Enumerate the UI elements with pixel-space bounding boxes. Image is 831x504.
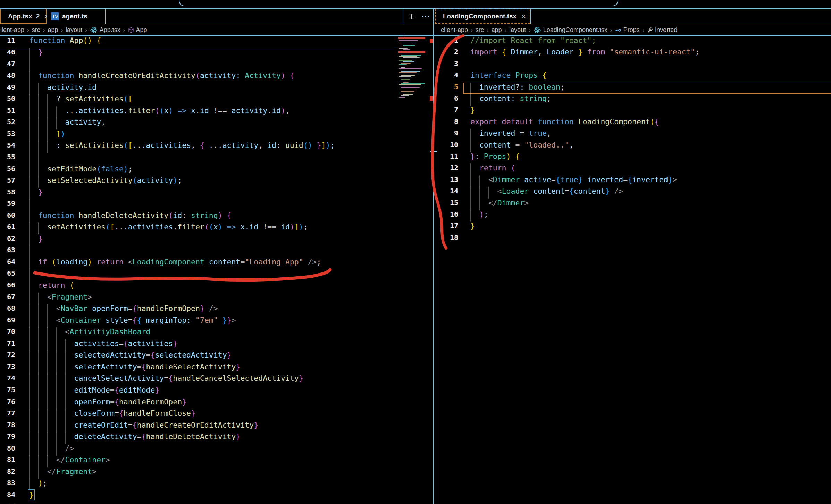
close-icon[interactable]: ✕	[521, 13, 526, 20]
code-line: 15 </Dimmer>	[434, 199, 831, 210]
editor-pane-right[interactable]: 1//import React from "react";2import { D…	[434, 36, 831, 504]
editor-pane-left[interactable]: 46 }47 48 function handleCreateOrEditAct…	[0, 36, 433, 504]
code-line: 51 ...activities.filter((x) => x.id !== …	[0, 106, 433, 118]
code-line: 16 );	[434, 210, 831, 222]
quick-input-box[interactable]	[179, 0, 618, 6]
minimap-line	[399, 64, 407, 65]
minimap[interactable]	[398, 35, 425, 101]
line-number: 82	[0, 467, 15, 476]
code-line: 75 editMode={editMode}	[0, 386, 433, 397]
line-number: 51	[0, 106, 15, 115]
code-line: 48 function handleCreateOrEditActivity(a…	[0, 71, 433, 83]
breadcrumb-item-src[interactable]: src	[476, 26, 484, 34]
tab-loadingcomponent-tsx[interactable]: LoadingComponent.tsx✕	[435, 9, 530, 24]
breadcrumb-item-app[interactable]: app	[48, 26, 58, 34]
code-line: 18	[434, 233, 831, 245]
breadcrumb-item-app[interactable]: App	[128, 26, 147, 34]
split-editor-button[interactable]	[408, 13, 415, 20]
tab-label: agent.ts	[62, 12, 87, 20]
line-number: 4	[434, 71, 458, 79]
code-line: 5 inverted?: boolean;	[434, 83, 831, 94]
line-number: 79	[0, 432, 15, 440]
chevron-right-icon: ›	[610, 27, 612, 34]
minimap-line	[403, 86, 423, 86]
minimap-line	[401, 75, 415, 76]
breadcrumb-item-src[interactable]: src	[32, 26, 40, 34]
code-line: 7}	[434, 106, 831, 117]
breadcrumb: client-app›src›app›layout›LoadingCompone…	[441, 24, 677, 36]
code-line: 77 closeForm={handleFormClose}	[0, 409, 433, 421]
code-line: 84}	[0, 490, 433, 502]
breadcrumb-item-app[interactable]: app	[491, 26, 502, 34]
line-number: 15	[434, 199, 458, 207]
tab-separator	[105, 9, 106, 24]
breadcrumb-item-loadingcomponent-tsx[interactable]: LoadingComponent.tsx	[534, 26, 607, 34]
code-line: 69 <Container style={{ marginTop: "7em" …	[0, 316, 433, 328]
chevron-right-icon: ›	[529, 27, 531, 34]
line-number: 55	[0, 153, 15, 161]
line-number: 53	[0, 129, 15, 138]
line-number: 74	[0, 374, 15, 382]
minimap-line	[401, 79, 410, 80]
chevron-right-icon: ›	[487, 27, 489, 34]
code-line: 64 if (loading) return <LoadingComponent…	[0, 258, 433, 269]
minimap-red-highlight	[398, 51, 425, 53]
divider-drag-handle[interactable]	[430, 151, 437, 152]
line-number: 61	[0, 222, 15, 231]
minimap-line	[401, 43, 417, 43]
chevron-right-icon: ›	[85, 27, 87, 34]
line-number: 11	[434, 152, 458, 160]
line-number: 66	[0, 281, 15, 289]
line-number: 3	[434, 59, 458, 68]
tab-agent-ts[interactable]: TSagent.ts	[47, 9, 105, 24]
line-number: 52	[0, 118, 15, 126]
code-line: 54 : setActivities([...activities, { ...…	[0, 141, 433, 153]
code-line: 59	[0, 199, 433, 211]
minimap-line	[399, 97, 405, 98]
minimap-line	[403, 82, 409, 83]
top-strip	[0, 0, 831, 8]
code-line: 56 setEditMode(false);	[0, 165, 433, 176]
code-line: 58 }	[0, 188, 433, 200]
minimap-line	[403, 94, 413, 95]
breadcrumb-item-client-app[interactable]: client-app	[441, 26, 468, 34]
editor-group-divider[interactable]	[433, 8, 434, 504]
code-line: 85	[0, 502, 433, 504]
code-line: 80 />	[0, 444, 433, 456]
code-line: 79 deleteActivity={handleDeleteActivity}	[0, 432, 433, 444]
line-number: 62	[0, 234, 15, 243]
breadcrumb-item-app-tsx[interactable]: App.tsx	[90, 26, 120, 34]
chevron-right-icon: ›	[43, 27, 45, 34]
line-number: 17	[434, 221, 458, 230]
code-line: 68 <NavBar openForm={handleFormOpen} />	[0, 304, 433, 316]
tab-badge: 2	[36, 12, 40, 20]
code-line: 70 <ActivitiyDashBoard	[0, 327, 433, 339]
minimap-line	[399, 84, 421, 85]
breadcrumb-item-inverted[interactable]: inverted	[647, 26, 677, 34]
line-number: 10	[434, 141, 458, 149]
chevron-right-icon: ›	[643, 27, 645, 34]
tab-app-tsx[interactable]: App.tsx2✕	[0, 9, 47, 24]
breadcrumb-item-layout[interactable]: layout	[509, 26, 526, 34]
code-line: 61 setActivities([...activities.filter((…	[0, 222, 433, 234]
code-line: 60 function handleDeleteActivity(id: str…	[0, 211, 433, 223]
line-number: 5	[434, 83, 458, 91]
line-number: 8	[434, 117, 458, 126]
breadcrumb-item-layout[interactable]: layout	[66, 26, 82, 34]
line-number: 76	[0, 397, 15, 406]
minimap-line	[399, 68, 422, 69]
sticky-scroll-line[interactable]: 11function App() {	[0, 36, 398, 48]
line-number: 9	[434, 129, 458, 137]
code-line: 47	[0, 60, 433, 72]
minimap-line	[399, 81, 406, 81]
minimap-line	[403, 57, 420, 58]
line-number: 14	[434, 187, 458, 195]
code-line: 3	[434, 59, 831, 71]
more-actions-button[interactable]: ⋯	[421, 15, 430, 18]
symbol-box-icon	[128, 27, 134, 33]
minimap-line	[399, 89, 416, 89]
breadcrumb-item-client-app[interactable]: client-app	[0, 26, 24, 34]
breadcrumb-item-props[interactable]: Props	[615, 26, 640, 34]
line-number: 59	[0, 199, 15, 208]
tab-separator	[530, 9, 531, 24]
